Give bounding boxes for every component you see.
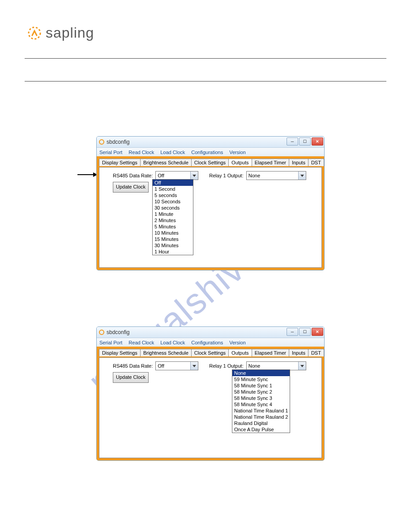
rs485-option[interactable]: Off xyxy=(153,180,193,186)
menubar: Serial Port Read Clock Load Clock Config… xyxy=(97,148,324,157)
window-title: sbdconfig xyxy=(107,139,129,145)
relay1-option[interactable]: 58 Minute Sync 4 xyxy=(232,401,290,408)
app-icon xyxy=(98,139,105,145)
sapling-icon xyxy=(27,26,42,41)
tab-display-settings[interactable]: Display Settings xyxy=(99,159,141,166)
divider xyxy=(25,58,386,59)
menu-configurations[interactable]: Configurations xyxy=(191,340,223,345)
svg-point-2 xyxy=(99,330,104,335)
brand-text: sapling xyxy=(46,25,94,41)
tab-strip: Display Settings Brightness Schedule Clo… xyxy=(99,349,324,356)
svg-point-0 xyxy=(29,27,40,39)
titlebar: sbdconfig ─ ☐ ✕ xyxy=(97,327,324,338)
relay1-option[interactable]: None xyxy=(232,370,290,376)
rs485-option[interactable]: 15 Minutes xyxy=(153,236,193,242)
tab-inputs[interactable]: Inputs xyxy=(289,349,308,356)
rs485-option[interactable]: 1 Hour xyxy=(153,249,193,255)
relay1-option[interactable]: 58 Minute Sync 3 xyxy=(232,395,290,401)
rs485-option[interactable]: 30 seconds xyxy=(153,205,193,211)
relay1-combo[interactable]: None xyxy=(246,361,306,370)
relay1-option[interactable]: Rauland Digital xyxy=(232,420,290,426)
maximize-button[interactable]: ☐ xyxy=(299,328,311,336)
menu-serial-port[interactable]: Serial Port xyxy=(99,150,122,155)
rs485-dropdown[interactable]: Off 1 Second 5 seconds 10 Seconds 30 sec… xyxy=(152,179,193,255)
tab-clock-settings[interactable]: Clock Settings xyxy=(191,159,229,166)
minimize-button[interactable]: ─ xyxy=(287,137,298,146)
relay1-label: Relay 1 Output: xyxy=(209,363,243,369)
relay1-option[interactable]: 59 Minute Sync xyxy=(232,376,290,382)
chevron-down-icon xyxy=(190,172,198,180)
divider xyxy=(25,81,386,82)
controls-row: RS485 Data Rate: Off Relay 1 Output: Non… xyxy=(113,171,317,180)
tab-strip: Display Settings Brightness Schedule Clo… xyxy=(99,159,324,166)
rs485-value: Off xyxy=(158,173,164,178)
rs485-option[interactable]: 1 Minute xyxy=(153,211,193,217)
rs485-label: RS485 Data Rate: xyxy=(113,363,153,369)
relay1-value: None xyxy=(248,173,260,178)
relay1-combo[interactable]: None xyxy=(246,171,306,180)
chevron-down-icon xyxy=(298,172,306,180)
close-button[interactable]: ✕ xyxy=(312,137,323,146)
tab-inputs[interactable]: Inputs xyxy=(289,159,308,166)
window-body: Display Settings Brightness Schedule Clo… xyxy=(97,156,324,270)
relay1-option[interactable]: Once A Day Pulse xyxy=(232,426,290,433)
chevron-down-icon xyxy=(190,362,198,370)
outputs-panel: RS485 Data Rate: Off Relay 1 Output: Non… xyxy=(99,167,322,268)
tab-dst[interactable]: DST xyxy=(308,159,324,166)
window-title: sbdconfig xyxy=(107,329,129,335)
menu-version[interactable]: Version xyxy=(229,340,246,345)
relay1-option[interactable]: 58 Minute Sync 1 xyxy=(232,382,290,389)
relay1-option[interactable]: 58 Minute Sync 2 xyxy=(232,389,290,395)
rs485-combo[interactable]: Off xyxy=(155,171,198,180)
relay1-dropdown[interactable]: None 59 Minute Sync 58 Minute Sync 1 58 … xyxy=(232,369,290,433)
tab-brightness-schedule[interactable]: Brightness Schedule xyxy=(140,349,192,356)
svg-point-1 xyxy=(99,140,104,144)
menu-read-clock[interactable]: Read Clock xyxy=(128,340,154,345)
arrow-icon xyxy=(77,174,97,175)
rs485-label: RS485 Data Rate: xyxy=(113,173,153,178)
rs485-option[interactable]: 10 Seconds xyxy=(153,198,193,205)
rs485-option[interactable]: 30 Minutes xyxy=(153,242,193,249)
chevron-down-icon xyxy=(298,362,306,370)
menu-read-clock[interactable]: Read Clock xyxy=(128,150,154,155)
menu-configurations[interactable]: Configurations xyxy=(191,150,223,155)
tab-brightness-schedule[interactable]: Brightness Schedule xyxy=(140,159,192,166)
rs485-combo[interactable]: Off xyxy=(155,361,198,370)
rs485-option[interactable]: 10 Minutes xyxy=(153,230,193,236)
menu-load-clock[interactable]: Load Clock xyxy=(160,150,185,155)
menu-load-clock[interactable]: Load Clock xyxy=(160,340,185,345)
relay1-label: Relay 1 Output: xyxy=(209,173,243,178)
relay1-value: None xyxy=(248,363,260,369)
titlebar: sbdconfig ─ ☐ ✕ xyxy=(97,137,324,148)
sbdconfig-window-2: sbdconfig ─ ☐ ✕ Serial Port Read Clock L… xyxy=(96,326,325,461)
controls-row: RS485 Data Rate: Off Relay 1 Output: Non… xyxy=(113,361,317,370)
window-body: Display Settings Brightness Schedule Clo… xyxy=(97,347,324,460)
maximize-button[interactable]: ☐ xyxy=(299,137,311,146)
rs485-option[interactable]: 5 seconds xyxy=(153,192,193,198)
tab-elapsed-timer[interactable]: Elapsed Timer xyxy=(252,349,289,356)
outputs-panel: RS485 Data Rate: Off Relay 1 Output: Non… xyxy=(99,357,322,458)
relay1-option[interactable]: National Time Rauland 1 xyxy=(232,408,290,414)
rs485-option[interactable]: 5 Minutes xyxy=(153,223,193,230)
brand-logo: sapling xyxy=(27,25,94,41)
rs485-option[interactable]: 1 Second xyxy=(153,186,193,192)
rs485-option[interactable]: 2 Minutes xyxy=(153,217,193,223)
tab-display-settings[interactable]: Display Settings xyxy=(99,349,141,356)
tab-dst[interactable]: DST xyxy=(308,349,324,356)
menu-version[interactable]: Version xyxy=(229,150,246,155)
close-button[interactable]: ✕ xyxy=(312,328,323,336)
rs485-value: Off xyxy=(158,363,164,369)
tab-clock-settings[interactable]: Clock Settings xyxy=(191,349,229,356)
minimize-button[interactable]: ─ xyxy=(287,328,298,336)
tab-outputs[interactable]: Outputs xyxy=(228,159,252,166)
tab-outputs[interactable]: Outputs xyxy=(228,349,252,356)
relay1-option[interactable]: National Time Rauland 2 xyxy=(232,414,290,420)
tab-elapsed-timer[interactable]: Elapsed Timer xyxy=(252,159,289,166)
menubar: Serial Port Read Clock Load Clock Config… xyxy=(97,338,324,348)
sbdconfig-window-1: sbdconfig ─ ☐ ✕ Serial Port Read Clock L… xyxy=(96,136,325,270)
window-controls: ─ ☐ ✕ xyxy=(287,137,323,146)
update-clock-button[interactable]: Update Clock xyxy=(113,182,149,193)
menu-serial-port[interactable]: Serial Port xyxy=(99,340,122,345)
update-clock-button[interactable]: Update Clock xyxy=(113,372,149,383)
window-controls: ─ ☐ ✕ xyxy=(287,328,323,336)
